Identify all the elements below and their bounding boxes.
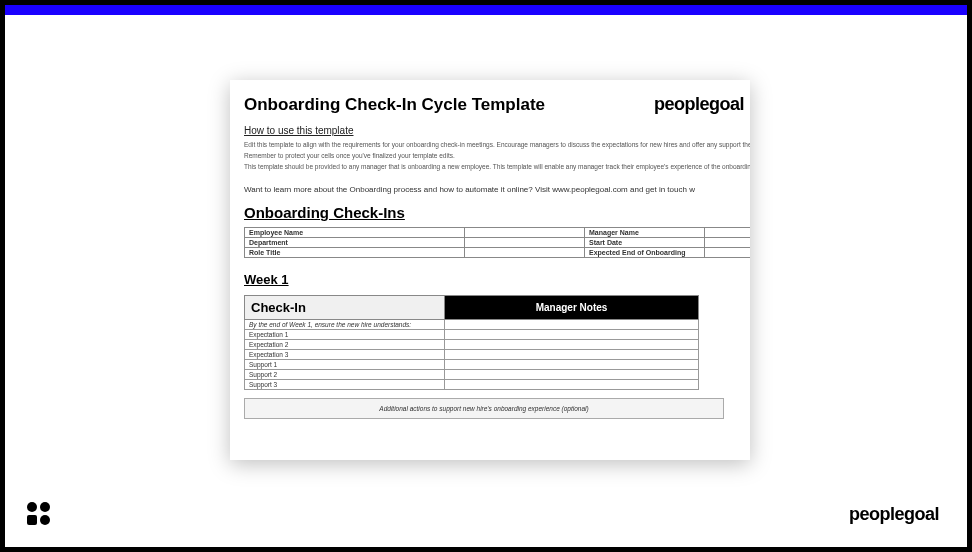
slide-frame: Onboarding Check-In Cycle Template peopl… (5, 5, 967, 547)
table-row: Role Title Expected End of Onboarding (245, 248, 751, 258)
intro-line-3: This template should be provided to any … (244, 162, 750, 171)
instruction-cell: By the end of Week 1, ensure the new hir… (245, 320, 445, 330)
info-table: Employee Name Manager Name Department St… (244, 227, 750, 258)
checkin-header: Check-In (245, 296, 445, 320)
circle-icon (40, 515, 50, 525)
table-row: Support 2 (245, 370, 699, 380)
table-row: Expectation 2 (245, 340, 699, 350)
week-1-heading: Week 1 (244, 272, 750, 287)
notes-cell (445, 370, 699, 380)
additional-actions-box: Additional actions to support new hire's… (244, 398, 724, 419)
end-onboarding-label: Expected End of Onboarding (585, 248, 705, 258)
doc-title: Onboarding Check-In Cycle Template (244, 95, 545, 115)
doc-brand-logo: peoplegoal (654, 94, 744, 115)
checkin-item: Expectation 2 (245, 340, 445, 350)
table-row: By the end of Week 1, ensure the new hir… (245, 320, 699, 330)
employee-name-value (465, 228, 585, 238)
notes-cell (445, 350, 699, 360)
role-title-label: Role Title (245, 248, 465, 258)
checkin-table: Check-In Manager Notes By the end of Wee… (244, 295, 699, 390)
department-label: Department (245, 238, 465, 248)
checkins-heading: Onboarding Check-Ins (244, 204, 750, 221)
start-date-label: Start Date (585, 238, 705, 248)
table-row: Support 1 (245, 360, 699, 370)
document-preview: Onboarding Check-In Cycle Template peopl… (230, 80, 750, 460)
square-icon (27, 515, 37, 525)
checkin-item: Support 3 (245, 380, 445, 390)
role-title-value (465, 248, 585, 258)
manager-name-label: Manager Name (585, 228, 705, 238)
checkin-item: Expectation 1 (245, 330, 445, 340)
checkin-item: Expectation 3 (245, 350, 445, 360)
end-onboarding-value (705, 248, 751, 258)
footer-brand-logo: peoplegoal (849, 504, 939, 525)
notes-cell (445, 340, 699, 350)
intro-line-2: Remember to protect your cells once you'… (244, 151, 750, 160)
table-row: Employee Name Manager Name (245, 228, 751, 238)
table-row: Expectation 1 (245, 330, 699, 340)
employee-name-label: Employee Name (245, 228, 465, 238)
how-to-heading: How to use this template (244, 125, 750, 136)
circle-icon (27, 502, 37, 512)
learn-more-text: Want to learn more about the Onboarding … (244, 185, 750, 194)
intro-line-1: Edit this template to align with the req… (244, 140, 750, 149)
checkin-item: Support 1 (245, 360, 445, 370)
notes-cell (445, 330, 699, 340)
table-row: Support 3 (245, 380, 699, 390)
table-row: Department Start Date (245, 238, 751, 248)
circle-icon (40, 502, 50, 512)
manager-name-value (705, 228, 751, 238)
top-accent-bar (5, 5, 967, 15)
notes-cell (445, 380, 699, 390)
table-row: Expectation 3 (245, 350, 699, 360)
notes-cell (445, 320, 699, 330)
manager-notes-header: Manager Notes (445, 296, 699, 320)
footer-brand-icon (27, 502, 53, 525)
notes-cell (445, 360, 699, 370)
checkin-item: Support 2 (245, 370, 445, 380)
start-date-value (705, 238, 751, 248)
department-value (465, 238, 585, 248)
